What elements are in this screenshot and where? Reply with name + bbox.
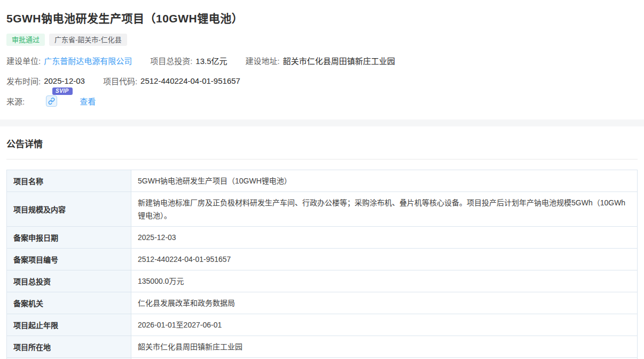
address-value: 韶关市仁化县周田镇新庄工业园 xyxy=(283,55,395,66)
table-row: 项目所在地韶关市仁化县周田镇新庄工业园 xyxy=(7,336,637,358)
row-value: 仁化县发展改革和政务数据局 xyxy=(131,292,637,314)
source-label: 来源: xyxy=(6,95,25,107)
investment-value: 13.5亿元 xyxy=(195,55,227,66)
meta-row-1: 建设单位: 广东普耐达电源有限公司 项目总投资: 13.5亿元 建设地址: 韶关… xyxy=(6,55,638,66)
row-value: 2026-01-01至2027-06-01 xyxy=(131,314,637,336)
link-icon xyxy=(48,98,55,105)
project-code-value: 2512-440224-04-01-951657 xyxy=(140,76,240,85)
project-code-label: 项目代码: xyxy=(103,75,137,86)
table-row: 项目名称5GWH钠电池研发生产项目（10GWH锂电池） xyxy=(7,170,637,192)
svip-badge: SVIP xyxy=(52,87,73,95)
row-label: 项目起止年限 xyxy=(7,314,131,336)
row-value: 新建钠电池标准厂房及正负极材料研发生产车间、行政办公楼等；采购涂布机、叠片机等核… xyxy=(131,192,637,226)
source-view-link[interactable]: 查看 xyxy=(80,95,96,107)
table-row: 备案项目编号2512-440224-04-01-951657 xyxy=(7,249,637,270)
row-label: 项目名称 xyxy=(7,170,131,192)
table-row: 项目总投资135000.0万元 xyxy=(7,270,637,292)
page-title: 5GWH钠电池研发生产项目（10GWH锂电池） xyxy=(6,10,638,26)
publish-date-label: 发布时间: xyxy=(6,75,41,86)
address-label: 建设地址: xyxy=(246,55,280,66)
investment-label: 项目总投资: xyxy=(150,55,192,66)
row-value: 2025-12-03 xyxy=(131,227,637,248)
publish-date-value: 2025-12-03 xyxy=(44,76,85,85)
builder-company-link[interactable]: 广东普耐达电源有限公司 xyxy=(44,55,132,66)
row-value: 2512-440224-04-01-951657 xyxy=(131,249,637,270)
project-code-item: 项目代码: 2512-440224-04-01-951657 xyxy=(103,75,240,86)
row-label: 项目规模及内容 xyxy=(7,192,131,226)
row-label: 项目所在地 xyxy=(7,336,131,357)
builder-item: 建设单位: 广东普耐达电源有限公司 xyxy=(6,55,132,66)
address-item: 建设地址: 韶关市仁化县周田镇新庄工业园 xyxy=(246,55,395,66)
investment-item: 项目总投资: 13.5亿元 xyxy=(150,55,227,66)
section-heading: 公告详情 xyxy=(6,137,638,150)
row-label: 备案机关 xyxy=(7,292,131,314)
row-label: 备案申报日期 xyxy=(7,227,131,248)
meta-row-source: SVIP 来源: 查看 xyxy=(6,95,638,107)
row-value: 135000.0万元 xyxy=(131,270,637,292)
section-rule xyxy=(6,159,638,159)
meta-row-2: 发布时间: 2025-12-03 项目代码: 2512-440224-04-01… xyxy=(6,75,638,86)
project-header: 5GWH钠电池研发生产项目（10GWH锂电池） 审批通过 广东省-韶关市-仁化县… xyxy=(0,10,644,119)
publish-date-item: 发布时间: 2025-12-03 xyxy=(6,75,85,86)
source-link-icon[interactable] xyxy=(46,95,57,107)
table-row: 备案机关仁化县发展改革和政务数据局 xyxy=(7,292,637,314)
builder-label: 建设单位: xyxy=(6,55,41,66)
row-label: 备案项目编号 xyxy=(7,249,131,270)
detail-table: 项目名称5GWH钠电池研发生产项目（10GWH锂电池）项目规模及内容新建钠电池标… xyxy=(6,170,638,359)
tags-row: 审批通过 广东省-韶关市-仁化县 xyxy=(6,34,638,46)
table-row: 项目起止年限2026-01-01至2027-06-01 xyxy=(7,314,637,336)
row-value: 韶关市仁化县周田镇新庄工业园 xyxy=(131,336,637,357)
table-row: 项目规模及内容新建钠电池标准厂房及正负极材料研发生产车间、行政办公楼等；采购涂布… xyxy=(7,192,637,227)
section-divider xyxy=(0,119,644,126)
announcement-detail-section: 公告详情 项目名称5GWH钠电池研发生产项目（10GWH锂电池）项目规模及内容新… xyxy=(0,137,644,359)
status-badge: 审批通过 xyxy=(6,34,45,46)
region-badge: 广东省-韶关市-仁化县 xyxy=(49,34,127,46)
row-label: 项目总投资 xyxy=(7,270,131,292)
table-row: 备案申报日期2025-12-03 xyxy=(7,227,637,249)
row-value: 5GWH钠电池研发生产项目（10GWH锂电池） xyxy=(131,170,637,192)
